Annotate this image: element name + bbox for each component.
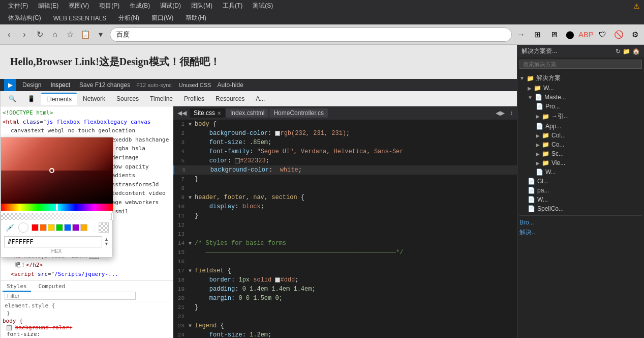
- inspect-button[interactable]: Inspect: [47, 80, 73, 90]
- swatch-green[interactable]: [56, 224, 63, 231]
- shield-icon[interactable]: 🛡: [595, 27, 609, 42]
- refresh-button[interactable]: ↻: [33, 27, 47, 42]
- menu-build[interactable]: 生成(B): [126, 1, 154, 11]
- filter-input[interactable]: [5, 292, 136, 300]
- alpha-bar[interactable]: [1, 213, 113, 220]
- bookmark-button[interactable]: ☆: [63, 27, 77, 42]
- tab-site-css[interactable]: Site.css ✕: [190, 108, 225, 118]
- tab-sources[interactable]: Sources: [111, 93, 144, 104]
- tree-ref[interactable]: ▶ 📁 →引...: [519, 111, 642, 122]
- settings-icon[interactable]: ⚙: [628, 27, 642, 42]
- dt-search-icon[interactable]: 🔍: [4, 93, 21, 104]
- properties-icon[interactable]: 🏠: [632, 48, 640, 55]
- menu-edit[interactable]: 编辑(E): [34, 1, 63, 11]
- menu-debug[interactable]: 调试(D): [156, 1, 185, 11]
- tree-resolve[interactable]: 解决...: [519, 227, 642, 238]
- feed-dropdown[interactable]: ▾: [94, 27, 108, 42]
- tree-gl[interactable]: 📄 Gl...: [519, 177, 642, 186]
- code-line-15: 15 ─────────────────────────────────────…: [173, 248, 517, 257]
- code-line-20: 20 margin: 0 0 1.5em 0;: [173, 294, 517, 303]
- swatch-orange[interactable]: [40, 224, 47, 231]
- swatch-purple[interactable]: [72, 224, 79, 231]
- browser-toolbar: ‹ › ↻ ⌂ ☆ 📋 ▾ → ⊞ 🖥 ⬤ ABP 🛡 🚫 ⚙: [0, 24, 644, 45]
- code-panel-split[interactable]: ◀▶: [494, 109, 507, 117]
- swatch-blue[interactable]: [64, 224, 71, 231]
- swatch-gold[interactable]: [80, 224, 87, 231]
- dt-mobile-icon[interactable]: 📱: [22, 93, 40, 104]
- menu-arch[interactable]: 体系结构(C): [4, 13, 45, 23]
- forward-button[interactable]: ›: [17, 27, 32, 42]
- opacity-circle[interactable]: [18, 222, 28, 233]
- tree-w3[interactable]: 📄 W...: [519, 195, 642, 204]
- feed-button[interactable]: 📋: [78, 27, 93, 42]
- hex-input[interactable]: [4, 236, 102, 247]
- color-spectrum[interactable]: [1, 137, 113, 204]
- tree-sc[interactable]: ▶ 📁 Sc...: [519, 149, 642, 158]
- address-bar[interactable]: [110, 27, 512, 42]
- tree-col-label: Col...: [551, 132, 566, 139]
- auto-hide-button[interactable]: Auto-hide: [214, 80, 246, 90]
- go-button[interactable]: →: [514, 27, 528, 42]
- tree-spell[interactable]: 📄 SpellCo...: [519, 204, 642, 213]
- menu-view[interactable]: 视图(V): [65, 1, 93, 11]
- tab-more[interactable]: A...: [251, 93, 270, 104]
- eyedropper-button[interactable]: 💉: [4, 222, 15, 233]
- menu-team[interactable]: 团队(M): [187, 1, 217, 11]
- tree-app[interactable]: 📄 App...: [519, 122, 642, 131]
- tree-co[interactable]: ▶ 📁 Co...: [519, 140, 642, 149]
- tab-homecontroller[interactable]: HomeController.cs: [269, 108, 328, 118]
- tree-master[interactable]: ▼ 📄 Maste...: [519, 93, 642, 102]
- transparent-swatch[interactable]: [99, 222, 109, 233]
- code-line-13: 13: [173, 230, 517, 239]
- adblock-icon[interactable]: ABP: [579, 27, 593, 42]
- swatch-red[interactable]: [32, 224, 39, 231]
- tree-browse[interactable]: Bro...: [519, 218, 642, 227]
- tree-resolve-label: 解决...: [519, 228, 537, 237]
- code-line-9: 9 ▼ header, footer, nav, section {: [173, 193, 517, 202]
- menu-help[interactable]: 帮助(H): [181, 13, 210, 23]
- computed-subtab[interactable]: Computed: [34, 282, 69, 291]
- tree-co-label: Co...: [551, 141, 564, 148]
- styles-subtab[interactable]: Styles: [3, 282, 31, 292]
- tree-pa[interactable]: 📄 pa...: [519, 186, 642, 195]
- menu-analyze[interactable]: 分析(N): [114, 13, 143, 23]
- menu-project[interactable]: 项目(P): [95, 1, 124, 11]
- tab-network[interactable]: Network: [78, 93, 110, 104]
- tiles-icon[interactable]: ⊞: [530, 27, 544, 42]
- tree-vie-label: Vie...: [551, 159, 565, 166]
- tree-solution[interactable]: ▼ 📁 解决方案: [519, 73, 642, 83]
- code-line-11: 11 }: [173, 211, 517, 220]
- tree-w[interactable]: ▶ 📁 W...: [519, 83, 642, 93]
- block-icon[interactable]: 🚫: [611, 27, 626, 42]
- menu-tools[interactable]: 工具(T): [219, 1, 247, 11]
- vs-search-input[interactable]: [519, 60, 642, 69]
- tree-w2[interactable]: 📄 W...: [519, 167, 642, 177]
- circle-icon[interactable]: ⬤: [563, 27, 577, 42]
- close-site-css[interactable]: ✕: [217, 110, 221, 116]
- color-crosshair[interactable]: [49, 168, 54, 173]
- screen-icon[interactable]: 🖥: [546, 27, 561, 42]
- tab-resources[interactable]: Resources: [210, 93, 250, 104]
- hue-bar[interactable]: [1, 204, 113, 211]
- design-button[interactable]: Design: [19, 80, 44, 90]
- save-f12-button[interactable]: Save F12 changes: [76, 80, 133, 90]
- sync-icon[interactable]: ↻: [616, 48, 621, 55]
- menu-test[interactable]: 测试(S): [249, 1, 277, 11]
- tab-timeline[interactable]: Timeline: [145, 93, 178, 104]
- hex-down-arrow[interactable]: ▼: [104, 242, 109, 246]
- tree-col[interactable]: ▶ 📁 Col...: [519, 131, 642, 140]
- tree-pro[interactable]: 📄 Pro...: [519, 102, 642, 111]
- code-panel-expand[interactable]: ↕: [508, 109, 515, 117]
- back-button[interactable]: ‹: [2, 27, 16, 42]
- tab-profiles[interactable]: Profiles: [179, 93, 209, 104]
- menu-web-essentials[interactable]: WEB ESSENTIALS: [49, 14, 111, 23]
- tab-index-cshtml[interactable]: Index.cshtml: [226, 108, 268, 118]
- tab-elements[interactable]: Elements: [41, 93, 77, 105]
- tree-vie[interactable]: ▶ 📁 Vie...: [519, 158, 642, 167]
- swatch-yellow[interactable]: [48, 224, 55, 231]
- menu-window[interactable]: 窗口(W): [147, 13, 177, 23]
- home-button[interactable]: ⌂: [48, 27, 62, 42]
- menu-file[interactable]: 文件(F): [4, 1, 32, 11]
- code-nav-left[interactable]: ◀◀: [175, 109, 189, 117]
- show-files-icon[interactable]: 📁: [623, 48, 630, 55]
